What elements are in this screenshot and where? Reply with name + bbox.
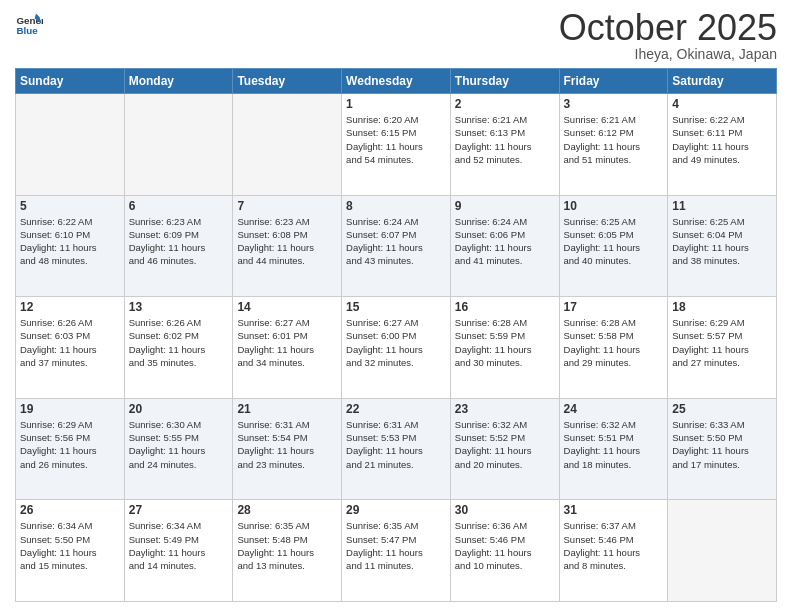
calendar-cell: 23Sunrise: 6:32 AMSunset: 5:52 PMDayligh…	[450, 398, 559, 500]
day-number: 20	[129, 402, 229, 416]
day-number: 9	[455, 199, 555, 213]
day-info: Sunrise: 6:35 AMSunset: 5:48 PMDaylight:…	[237, 519, 337, 572]
calendar-table: Sunday Monday Tuesday Wednesday Thursday…	[15, 68, 777, 602]
day-info: Sunrise: 6:31 AMSunset: 5:54 PMDaylight:…	[237, 418, 337, 471]
day-info: Sunrise: 6:34 AMSunset: 5:50 PMDaylight:…	[20, 519, 120, 572]
day-info: Sunrise: 6:30 AMSunset: 5:55 PMDaylight:…	[129, 418, 229, 471]
day-number: 2	[455, 97, 555, 111]
day-info: Sunrise: 6:28 AMSunset: 5:58 PMDaylight:…	[564, 316, 664, 369]
day-number: 8	[346, 199, 446, 213]
day-info: Sunrise: 6:35 AMSunset: 5:47 PMDaylight:…	[346, 519, 446, 572]
calendar-cell: 25Sunrise: 6:33 AMSunset: 5:50 PMDayligh…	[668, 398, 777, 500]
day-info: Sunrise: 6:27 AMSunset: 6:00 PMDaylight:…	[346, 316, 446, 369]
col-monday: Monday	[124, 69, 233, 94]
day-info: Sunrise: 6:23 AMSunset: 6:08 PMDaylight:…	[237, 215, 337, 268]
day-number: 28	[237, 503, 337, 517]
day-number: 10	[564, 199, 664, 213]
col-wednesday: Wednesday	[342, 69, 451, 94]
title-block: October 2025 Iheya, Okinawa, Japan	[559, 10, 777, 62]
calendar-cell: 24Sunrise: 6:32 AMSunset: 5:51 PMDayligh…	[559, 398, 668, 500]
calendar-cell: 27Sunrise: 6:34 AMSunset: 5:49 PMDayligh…	[124, 500, 233, 602]
calendar-cell: 15Sunrise: 6:27 AMSunset: 6:00 PMDayligh…	[342, 297, 451, 399]
day-number: 11	[672, 199, 772, 213]
logo: General Blue	[15, 10, 43, 38]
calendar-cell	[124, 94, 233, 196]
col-sunday: Sunday	[16, 69, 125, 94]
calendar-cell: 2Sunrise: 6:21 AMSunset: 6:13 PMDaylight…	[450, 94, 559, 196]
header: General Blue October 2025 Iheya, Okinawa…	[15, 10, 777, 62]
day-info: Sunrise: 6:32 AMSunset: 5:51 PMDaylight:…	[564, 418, 664, 471]
calendar-cell	[16, 94, 125, 196]
day-info: Sunrise: 6:26 AMSunset: 6:02 PMDaylight:…	[129, 316, 229, 369]
day-info: Sunrise: 6:26 AMSunset: 6:03 PMDaylight:…	[20, 316, 120, 369]
calendar-cell	[668, 500, 777, 602]
day-number: 5	[20, 199, 120, 213]
day-info: Sunrise: 6:37 AMSunset: 5:46 PMDaylight:…	[564, 519, 664, 572]
day-number: 12	[20, 300, 120, 314]
day-number: 30	[455, 503, 555, 517]
calendar-cell: 21Sunrise: 6:31 AMSunset: 5:54 PMDayligh…	[233, 398, 342, 500]
calendar-cell: 14Sunrise: 6:27 AMSunset: 6:01 PMDayligh…	[233, 297, 342, 399]
calendar-cell: 22Sunrise: 6:31 AMSunset: 5:53 PMDayligh…	[342, 398, 451, 500]
calendar-cell: 11Sunrise: 6:25 AMSunset: 6:04 PMDayligh…	[668, 195, 777, 297]
day-number: 4	[672, 97, 772, 111]
day-number: 7	[237, 199, 337, 213]
day-info: Sunrise: 6:33 AMSunset: 5:50 PMDaylight:…	[672, 418, 772, 471]
calendar-cell: 20Sunrise: 6:30 AMSunset: 5:55 PMDayligh…	[124, 398, 233, 500]
calendar-cell: 10Sunrise: 6:25 AMSunset: 6:05 PMDayligh…	[559, 195, 668, 297]
logo-icon: General Blue	[15, 10, 43, 38]
day-info: Sunrise: 6:32 AMSunset: 5:52 PMDaylight:…	[455, 418, 555, 471]
day-info: Sunrise: 6:24 AMSunset: 6:07 PMDaylight:…	[346, 215, 446, 268]
calendar-cell: 5Sunrise: 6:22 AMSunset: 6:10 PMDaylight…	[16, 195, 125, 297]
calendar-week-4: 26Sunrise: 6:34 AMSunset: 5:50 PMDayligh…	[16, 500, 777, 602]
page: General Blue October 2025 Iheya, Okinawa…	[0, 0, 792, 612]
day-number: 25	[672, 402, 772, 416]
calendar-week-3: 19Sunrise: 6:29 AMSunset: 5:56 PMDayligh…	[16, 398, 777, 500]
calendar-cell	[233, 94, 342, 196]
calendar-cell: 26Sunrise: 6:34 AMSunset: 5:50 PMDayligh…	[16, 500, 125, 602]
calendar-cell: 29Sunrise: 6:35 AMSunset: 5:47 PMDayligh…	[342, 500, 451, 602]
day-info: Sunrise: 6:25 AMSunset: 6:04 PMDaylight:…	[672, 215, 772, 268]
day-info: Sunrise: 6:29 AMSunset: 5:56 PMDaylight:…	[20, 418, 120, 471]
calendar-cell: 30Sunrise: 6:36 AMSunset: 5:46 PMDayligh…	[450, 500, 559, 602]
day-number: 3	[564, 97, 664, 111]
day-info: Sunrise: 6:31 AMSunset: 5:53 PMDaylight:…	[346, 418, 446, 471]
day-number: 24	[564, 402, 664, 416]
calendar-cell: 31Sunrise: 6:37 AMSunset: 5:46 PMDayligh…	[559, 500, 668, 602]
calendar-cell: 16Sunrise: 6:28 AMSunset: 5:59 PMDayligh…	[450, 297, 559, 399]
day-info: Sunrise: 6:21 AMSunset: 6:13 PMDaylight:…	[455, 113, 555, 166]
calendar-week-2: 12Sunrise: 6:26 AMSunset: 6:03 PMDayligh…	[16, 297, 777, 399]
day-info: Sunrise: 6:34 AMSunset: 5:49 PMDaylight:…	[129, 519, 229, 572]
day-number: 22	[346, 402, 446, 416]
month-title: October 2025	[559, 10, 777, 46]
day-number: 18	[672, 300, 772, 314]
day-info: Sunrise: 6:36 AMSunset: 5:46 PMDaylight:…	[455, 519, 555, 572]
calendar-cell: 4Sunrise: 6:22 AMSunset: 6:11 PMDaylight…	[668, 94, 777, 196]
day-info: Sunrise: 6:29 AMSunset: 5:57 PMDaylight:…	[672, 316, 772, 369]
day-info: Sunrise: 6:22 AMSunset: 6:10 PMDaylight:…	[20, 215, 120, 268]
calendar-week-1: 5Sunrise: 6:22 AMSunset: 6:10 PMDaylight…	[16, 195, 777, 297]
day-info: Sunrise: 6:22 AMSunset: 6:11 PMDaylight:…	[672, 113, 772, 166]
calendar-cell: 28Sunrise: 6:35 AMSunset: 5:48 PMDayligh…	[233, 500, 342, 602]
day-number: 26	[20, 503, 120, 517]
day-number: 16	[455, 300, 555, 314]
day-number: 13	[129, 300, 229, 314]
day-info: Sunrise: 6:20 AMSunset: 6:15 PMDaylight:…	[346, 113, 446, 166]
calendar-cell: 3Sunrise: 6:21 AMSunset: 6:12 PMDaylight…	[559, 94, 668, 196]
day-number: 29	[346, 503, 446, 517]
day-info: Sunrise: 6:27 AMSunset: 6:01 PMDaylight:…	[237, 316, 337, 369]
calendar-cell: 13Sunrise: 6:26 AMSunset: 6:02 PMDayligh…	[124, 297, 233, 399]
col-saturday: Saturday	[668, 69, 777, 94]
calendar-cell: 19Sunrise: 6:29 AMSunset: 5:56 PMDayligh…	[16, 398, 125, 500]
calendar-cell: 17Sunrise: 6:28 AMSunset: 5:58 PMDayligh…	[559, 297, 668, 399]
col-tuesday: Tuesday	[233, 69, 342, 94]
day-number: 6	[129, 199, 229, 213]
day-number: 14	[237, 300, 337, 314]
calendar-week-0: 1Sunrise: 6:20 AMSunset: 6:15 PMDaylight…	[16, 94, 777, 196]
location: Iheya, Okinawa, Japan	[559, 46, 777, 62]
day-info: Sunrise: 6:23 AMSunset: 6:09 PMDaylight:…	[129, 215, 229, 268]
day-info: Sunrise: 6:25 AMSunset: 6:05 PMDaylight:…	[564, 215, 664, 268]
svg-text:Blue: Blue	[16, 25, 38, 36]
day-number: 1	[346, 97, 446, 111]
calendar-cell: 6Sunrise: 6:23 AMSunset: 6:09 PMDaylight…	[124, 195, 233, 297]
